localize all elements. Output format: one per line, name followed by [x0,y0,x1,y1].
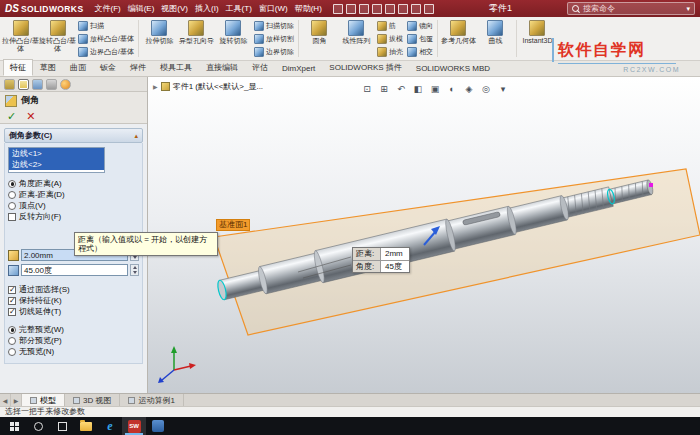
tab-features[interactable]: 特征 [3,59,33,76]
chamfer-callout[interactable]: 距离: 2mm 角度: 45度 [352,247,410,273]
menu-edit[interactable]: 编辑(E) [125,2,158,15]
solidworks-taskbar-button[interactable]: SW [122,417,146,435]
callout-distance-value[interactable]: 2mm [381,248,409,260]
edit-appearance-icon[interactable]: ◎ [479,81,494,96]
ok-button[interactable]: ✓ [7,111,16,122]
file-explorer-button[interactable] [74,417,98,435]
linear-pattern-button[interactable]: 线性阵列 [338,18,375,59]
spin-down-icon[interactable] [133,256,137,259]
mirror-button[interactable]: 镜向 [407,21,433,31]
edge-selection-listbox[interactable]: 边线<1> 边线<2> [8,147,105,173]
menu-tools[interactable]: 工具(T) [223,2,255,15]
cancel-button[interactable]: ✕ [26,111,35,122]
curves-button[interactable]: 曲线 [477,18,514,59]
boundary-cut-button[interactable]: 边界切除 [254,47,294,57]
tab-sketch[interactable]: 草图 [33,59,63,76]
reference-geometry-button[interactable]: 参考几何体 [440,18,477,59]
lofted-boss-button[interactable]: 放样凸台/基体 [78,34,134,44]
pinned-app-button[interactable] [146,417,170,435]
new-icon[interactable] [333,4,343,14]
options-icon[interactable] [424,4,434,14]
spin-down-icon[interactable] [133,271,137,274]
hide-show-items-icon[interactable]: ◈ [462,81,477,96]
partial-preview-radio[interactable]: 部分预览(P) [8,335,139,346]
draft-button[interactable]: 拔模 [377,34,403,44]
chamfer-parameters-group-header[interactable]: 倒角参数(C) ▴ [4,128,143,143]
swept-boss-button[interactable]: 扫描 [78,21,134,31]
model-3d-scene[interactable] [148,77,700,393]
menu-insert[interactable]: 插入(I) [192,2,222,15]
menu-view[interactable]: 视图(V) [158,2,191,15]
tree-root-label[interactable]: 零件1 (默认<<默认>_显... [173,81,263,92]
distance-distance-radio[interactable]: 距离-距离(D) [8,189,139,200]
tangent-propagation-checkbox[interactable]: 切线延伸(T) [8,306,139,317]
lofted-cut-button[interactable]: 放样切割 [254,34,294,44]
edge-browser-button[interactable]: e [98,417,122,435]
featuremanager-tab-icon[interactable] [4,79,15,90]
display-style-icon[interactable]: ◐ [445,81,460,96]
motion-study-tab[interactable]: 运动算例1 [120,394,183,406]
tab-sw-mbd[interactable]: SOLIDWORKS MBD [409,61,497,76]
zoom-fit-icon[interactable]: ⊡ [360,81,375,96]
tab-evaluate[interactable]: 评估 [245,59,275,76]
view-settings-caret-icon[interactable]: ▾ [496,81,511,96]
tab-weldments[interactable]: 焊件 [123,59,153,76]
dimxpertmanager-tab-icon[interactable] [46,79,57,90]
tab-nav-left-icon[interactable]: ◀ [0,394,11,406]
tab-sheet-metal[interactable]: 钣金 [93,59,123,76]
hole-wizard-button[interactable]: 异型孔向导 [178,18,215,59]
selected-edge-item[interactable]: 边线<2> [9,159,104,170]
save-icon[interactable] [359,4,369,14]
displaymanager-tab-icon[interactable] [60,79,71,90]
open-icon[interactable] [346,4,356,14]
wrap-button[interactable]: 包覆 [407,34,433,44]
selection-point[interactable] [649,183,653,187]
angle-distance-radio[interactable]: 角度距离(A) [8,178,139,189]
3d-views-tab[interactable]: 3D 视图 [65,394,120,406]
full-preview-radio[interactable]: 完整预览(W) [8,324,139,335]
tab-surfaces[interactable]: 曲面 [63,59,93,76]
start-button[interactable] [2,417,26,435]
tab-sw-addins[interactable]: SOLIDWORKS 插件 [322,59,408,76]
boundary-boss-button[interactable]: 边界凸台/基体 [78,47,134,57]
revolved-boss-button[interactable]: 旋转凸台/基体 [39,18,76,59]
rib-button[interactable]: 筋 [377,21,403,31]
flyout-feature-tree[interactable]: ▶ 零件1 (默认<<默认>_显... [153,81,263,92]
search-caret-icon[interactable]: ▾ [687,5,691,13]
callout-angle-value[interactable]: 45度 [381,261,409,272]
print-icon[interactable] [372,4,382,14]
undo-icon[interactable] [385,4,395,14]
fillet-button[interactable]: 圆角 [301,18,338,59]
model-tab[interactable]: 模型 [22,394,65,406]
angle-stepper[interactable] [130,264,139,276]
section-view-icon[interactable]: ◧ [411,81,426,96]
tab-nav-right-icon[interactable]: ▶ [11,394,22,406]
angle-input[interactable]: 45.00度 [21,264,128,276]
extruded-cut-button[interactable]: 拉伸切除 [141,18,178,59]
instant3d-button[interactable]: Instant3D [519,18,556,59]
extruded-boss-button[interactable]: 拉伸凸台/基体 [2,18,39,59]
spin-up-icon[interactable] [133,266,137,269]
task-view-button[interactable] [50,417,74,435]
configurationmanager-tab-icon[interactable] [32,79,43,90]
menu-help[interactable]: 帮助(H) [292,2,325,15]
menu-file[interactable]: 文件(F) [91,2,123,15]
previous-view-icon[interactable]: ↶ [394,81,409,96]
vertex-radio[interactable]: 顶点(V) [8,200,139,211]
menu-window[interactable]: 窗口(W) [256,2,291,15]
view-orientation-icon[interactable]: ▣ [428,81,443,96]
graphics-viewport[interactable]: ▶ 零件1 (默认<<默认>_显... ⊡ ⊞ ↶ ◧ ▣ ◐ ◈ ◎ ▾ 基准… [148,77,700,393]
swept-cut-button[interactable]: 扫描切除 [254,21,294,31]
no-preview-radio[interactable]: 无预览(N) [8,346,139,357]
tab-dimxpert[interactable]: DimXpert [275,61,322,76]
select-through-faces-checkbox[interactable]: 通过面选择(S) [8,284,139,295]
shell-button[interactable]: 抽壳 [377,47,403,57]
rebuild-icon[interactable] [411,4,421,14]
tab-direct-editing[interactable]: 直接编辑 [199,59,245,76]
reference-plane-label[interactable]: 基准面1 [216,219,250,231]
command-search-box[interactable]: 搜索命令 ▾ [567,2,695,15]
flip-direction-checkbox[interactable]: 反转方向(F) [8,211,139,222]
propertymanager-tab-icon[interactable] [18,79,29,90]
revolved-cut-button[interactable]: 旋转切除 [215,18,252,59]
zoom-area-icon[interactable]: ⊞ [377,81,392,96]
